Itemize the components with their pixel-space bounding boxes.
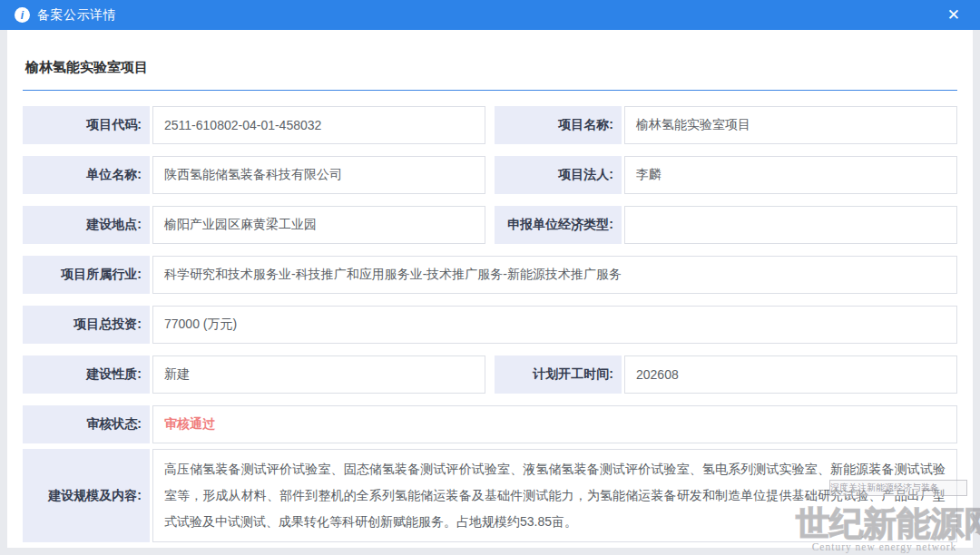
field-legal-person-label: 项目法人:	[495, 156, 622, 194]
field-review-status-value: 审核通过	[152, 405, 957, 443]
status-badge: 审核通过	[164, 416, 215, 433]
field-scale-content-label: 建设规模及内容:	[23, 449, 150, 542]
field-planned-start-time: 计划开工时间: 202608	[495, 355, 957, 394]
field-legal-person: 项目法人: 李麟	[495, 156, 957, 194]
detail-form: 项目代码: 2511-610802-04-01-458032 项目名称: 榆林氢…	[23, 106, 957, 542]
field-project-name: 项目名称: 榆林氢能实验室项目	[495, 106, 957, 144]
field-economic-type: 申报单位经济类型:	[495, 206, 957, 244]
page-title: 榆林氢能实验室项目	[25, 57, 957, 76]
field-economic-type-label: 申报单位经济类型:	[495, 206, 622, 244]
detail-panel: 榆林氢能实验室项目 项目代码: 2511-610802-04-01-458032…	[7, 30, 973, 548]
title-divider	[23, 90, 957, 91]
field-project-code: 项目代码: 2511-610802-04-01-458032	[23, 106, 485, 144]
field-industry-label: 项目所属行业:	[23, 256, 150, 294]
field-economic-type-value	[624, 206, 957, 244]
field-total-investment-label: 项目总投资:	[23, 306, 150, 344]
form-row: 审核状态: 审核通过	[23, 405, 957, 443]
form-row: 建设性质: 新建 计划开工时间: 202608	[23, 355, 957, 394]
form-row: 单位名称: 陕西氢能储氢装备科技有限公司 项目法人: 李麟	[23, 156, 957, 194]
field-legal-person-value: 李麟	[624, 156, 957, 194]
form-row: 项目总投资: 77000 (万元)	[23, 306, 957, 344]
field-unit-name: 单位名称: 陕西氢能储氢装备科技有限公司	[23, 156, 485, 194]
field-construction-site: 建设地点: 榆阳产业园区麻黄梁工业园	[23, 206, 485, 244]
field-unit-name-value: 陕西氢能储氢装备科技有限公司	[152, 156, 485, 194]
field-construction-nature: 建设性质: 新建	[23, 355, 485, 394]
field-project-code-value: 2511-610802-04-01-458032	[152, 106, 485, 144]
modal-header: i 备案公示详情 ✕	[0, 0, 980, 30]
field-planned-start-time-value: 202608	[624, 355, 957, 394]
field-review-status-label: 审核状态:	[23, 405, 150, 443]
field-project-name-value: 榆林氢能实验室项目	[624, 106, 957, 144]
watermark-badge: 深度关注新能源经济与装备	[829, 480, 967, 496]
close-icon[interactable]: ✕	[942, 5, 965, 24]
field-construction-site-label: 建设地点:	[23, 206, 150, 244]
modal-title: 备案公示详情	[37, 7, 116, 24]
field-construction-nature-value: 新建	[152, 355, 485, 394]
field-construction-nature-label: 建设性质:	[23, 355, 150, 394]
info-icon: i	[15, 7, 30, 23]
form-row: 项目代码: 2511-610802-04-01-458032 项目名称: 榆林氢…	[23, 106, 957, 144]
field-project-code-label: 项目代码:	[23, 106, 150, 144]
form-row: 建设规模及内容: 高压储氢装备测试评价试验室、固态储氢装备测试评价试验室、液氢储…	[23, 449, 957, 542]
form-row: 建设地点: 榆阳产业园区麻黄梁工业园 申报单位经济类型:	[23, 206, 957, 244]
field-project-name-label: 项目名称:	[495, 106, 622, 144]
field-industry-value: 科学研究和技术服务业-科技推广和应用服务业-技术推广服务-新能源技术推广服务	[152, 256, 957, 294]
field-planned-start-time-label: 计划开工时间:	[495, 355, 622, 394]
field-unit-name-label: 单位名称:	[23, 156, 150, 194]
field-total-investment-value: 77000 (万元)	[152, 306, 957, 344]
field-construction-site-value: 榆阳产业园区麻黄梁工业园	[152, 206, 485, 244]
form-row: 项目所属行业: 科学研究和技术服务业-科技推广和应用服务业-技术推广服务-新能源…	[23, 256, 957, 294]
